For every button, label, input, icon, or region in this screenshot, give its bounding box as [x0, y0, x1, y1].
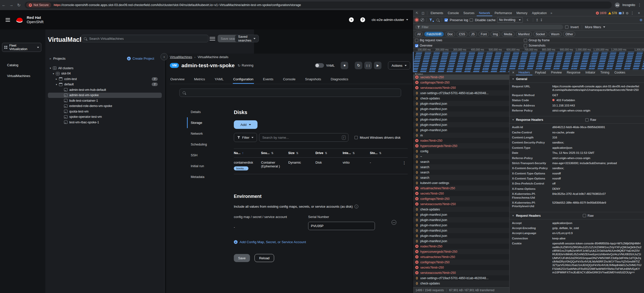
vm-tab[interactable]: Metrics — [194, 76, 206, 84]
forward-icon[interactable]: → — [8, 3, 15, 7]
save-button[interactable]: Save — [234, 254, 250, 262]
network-request-row[interactable]: plugin-manifest.json — [413, 217, 509, 223]
filter-chip[interactable]: Manifest — [516, 32, 532, 36]
tree-row[interactable]: quota-test-vm — [48, 109, 162, 114]
serial-number-input[interactable] — [308, 222, 375, 230]
devtools-menu-icon[interactable]: ⋮ — [630, 11, 634, 15]
network-request-row[interactable]: kubevirt-user-settings — [413, 180, 509, 186]
issues-count-badge[interactable]: 3 — [619, 11, 624, 15]
tree-row[interactable]: ▸ cclm-test 7 — [48, 76, 162, 82]
screenshots-checkbox[interactable] — [524, 44, 527, 47]
more-tabs-icon[interactable]: » — [549, 11, 554, 15]
request-raw-toggle[interactable]: Raw — [583, 214, 594, 217]
mount-windows-checkbox-row[interactable]: Mount Windows drivers disk — [355, 136, 401, 139]
filter-chip[interactable]: CSS — [457, 32, 467, 36]
detail-tab[interactable]: Timing — [598, 70, 612, 75]
network-request-row[interactable]: plugin-manifest.json — [413, 228, 509, 233]
sort-icon[interactable]: ⇅ — [271, 152, 273, 155]
subnav-item[interactable]: Metadata — [187, 171, 225, 182]
tree-row[interactable]: admin-test-vm-hub-default — [48, 87, 162, 93]
group-by-frame-option[interactable]: Group by frame — [524, 39, 550, 42]
network-request-row[interactable]: plugin-manifest.json — [413, 122, 509, 127]
disable-cache-checkbox[interactable] — [470, 18, 473, 22]
network-request-row[interactable]: search — [413, 175, 509, 180]
pause-button[interactable]: ❙❙ — [364, 62, 372, 69]
throttling-select[interactable]: No throttling — [497, 17, 523, 23]
add-disk-button[interactable]: Add — [234, 120, 257, 129]
column-header-source[interactable]: Sou... ⇅ — [261, 151, 288, 155]
filter-toggle-icon[interactable] — [429, 19, 432, 21]
sort-icon[interactable]: ⇅ — [379, 152, 381, 155]
column-header-storageclass[interactable]: Sto... ⇅ — [370, 151, 397, 155]
subnav-item[interactable]: Scheduling — [187, 139, 225, 150]
help-icon[interactable]: ? — [360, 17, 365, 22]
column-header-name[interactable]: Na... ↑ — [234, 151, 261, 155]
network-request-row[interactable]: check-updates — [413, 96, 509, 101]
restart-button[interactable]: ↻ — [355, 62, 362, 69]
network-request-row[interactable]: check-updates — [413, 281, 509, 286]
network-request-row[interactable]: nodes?limit=250 — [413, 138, 509, 143]
screenshots-option[interactable]: Screenshots — [524, 44, 545, 47]
yaml-toggle[interactable] — [315, 63, 324, 68]
network-request-row[interactable]: serviceaccounts?limit=250 — [413, 85, 509, 90]
device-toolbar-icon[interactable]: ◫ — [420, 11, 426, 15]
not-secure-badge[interactable]: ✕ Not Secure — [26, 3, 51, 8]
tree-row[interactable]: admin-test-vm-spoke — [48, 93, 162, 98]
invert-row[interactable]: Invert — [565, 25, 579, 29]
network-request-row[interactable]: plugin-manifest.json — [413, 238, 509, 244]
close-icon[interactable]: ✕ — [636, 11, 642, 15]
create-project-link[interactable]: + Create Project — [127, 57, 161, 60]
vm-tab[interactable]: YAML — [214, 76, 224, 84]
network-request-row[interactable]: nodes?limit=250 — [413, 244, 509, 249]
disk-name-search-input[interactable] — [262, 135, 340, 140]
stop-button[interactable]: ■ — [341, 62, 348, 69]
invert-checkbox[interactable] — [565, 25, 568, 29]
back-icon[interactable]: ← — [0, 3, 8, 7]
network-request-row[interactable]: configmaps?limit=250 — [413, 196, 509, 201]
address-bar[interactable]: ✕ Not Secure https://console-openshift-c… — [25, 2, 612, 9]
filter-dropdown[interactable]: Filter — [234, 133, 257, 142]
tree-row[interactable]: ▾ slot-04 — [48, 71, 162, 77]
sort-icon[interactable]: ⇅ — [296, 152, 298, 155]
network-filter-input[interactable]: Filter — [415, 25, 563, 29]
export-har-icon[interactable]: ↧ — [540, 18, 543, 22]
subnav-item[interactable]: Network — [187, 128, 225, 139]
filter-chip[interactable]: All — [415, 32, 423, 36]
request-headers-section-header[interactable]: ▼ Request Headers Raw — [509, 212, 644, 219]
tree-caret-icon[interactable]: ▸ — [55, 78, 58, 80]
vm-tab[interactable]: Overview — [170, 76, 185, 84]
mount-windows-checkbox[interactable] — [355, 136, 358, 139]
network-conditions-icon[interactable]: ☇ — [524, 18, 530, 22]
devtools-tab[interactable]: Console — [445, 10, 461, 16]
vm-tab[interactable]: Diagnostics — [330, 76, 349, 84]
devtools-tab[interactable]: Network — [477, 10, 492, 16]
network-request-row[interactable]: plugin-manifest.json — [413, 117, 509, 122]
subnav-item[interactable]: Initial run — [187, 161, 225, 171]
perspective-switcher[interactable]: Fleet Virtualization — [2, 43, 41, 52]
filter-chip[interactable]: Wasm — [549, 32, 562, 36]
disable-cache-row[interactable]: Disable cache — [470, 18, 496, 22]
saved-searches-button[interactable]: Saved searches — [235, 35, 259, 42]
filter-chip[interactable]: JS — [469, 32, 477, 36]
devtools-tab[interactable]: Elements — [428, 10, 445, 16]
tree-row[interactable]: ▾ default 7 — [48, 82, 162, 87]
big-request-rows-option[interactable]: Big request rows — [415, 39, 442, 42]
panel-collapse-button[interactable]: ‹ — [160, 53, 168, 60]
network-request-row[interactable]: plugin-manifest.json — [413, 101, 509, 106]
network-request-row[interactable]: configmaps?limit=250 — [413, 260, 509, 265]
network-request-row[interactable]: search — [413, 170, 509, 175]
sidebar-item[interactable]: Catalog — [0, 60, 45, 70]
sort-icon[interactable]: ⇅ — [352, 152, 355, 155]
tree-row[interactable]: test-vm-rbac-spoke-1 — [48, 120, 162, 125]
preserve-log-row[interactable]: Preserve log — [444, 18, 468, 22]
network-request-row[interactable]: plugin-manifest.json — [413, 127, 509, 133]
add-configmap-link[interactable]: + Add Config Map, Secret, or Service Acc… — [234, 240, 408, 244]
row-kebab-icon[interactable]: ⋮ — [402, 161, 408, 165]
detail-tab[interactable]: Payload — [532, 70, 548, 75]
network-request-row[interactable]: virtualmachines?limit=250 — [413, 254, 509, 260]
network-request-row[interactable]: virtualmachines?limit=250 — [413, 186, 509, 191]
nav-toggle-icon[interactable] — [6, 17, 10, 23]
collapse-all-icon[interactable]: » — [49, 57, 51, 60]
overview-checkbox[interactable] — [415, 44, 418, 47]
big-request-rows-checkbox[interactable] — [415, 39, 418, 42]
